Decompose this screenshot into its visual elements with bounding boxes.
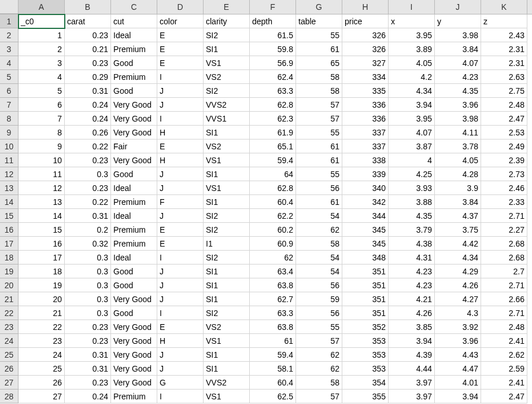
cell-D7[interactable]: J: [157, 98, 204, 112]
cell-G21[interactable]: 59: [296, 292, 342, 306]
cell-I15[interactable]: 4.35: [389, 209, 435, 223]
cell-K15[interactable]: 2.71: [481, 209, 527, 223]
row-header-20[interactable]: 20: [0, 278, 19, 292]
cell-D22[interactable]: I: [157, 306, 204, 320]
row-header-22[interactable]: 22: [0, 306, 19, 320]
column-header-A[interactable]: A: [19, 0, 65, 14]
cell-K17[interactable]: 2.68: [481, 237, 527, 251]
cell-J23[interactable]: 3.92: [435, 320, 481, 334]
cell-C23[interactable]: Very Good: [111, 320, 157, 334]
row-header-26[interactable]: 26: [0, 362, 19, 376]
cell-G10[interactable]: 61: [296, 139, 342, 153]
cell-A23[interactable]: 22: [19, 320, 65, 334]
cell-I16[interactable]: 3.79: [389, 223, 435, 237]
cell-D18[interactable]: I: [157, 251, 204, 265]
cell-E17[interactable]: I1: [204, 237, 250, 251]
cell-H7[interactable]: 336: [342, 98, 389, 112]
cell-F6[interactable]: 63.3: [250, 84, 296, 98]
row-header-7[interactable]: 7: [0, 98, 19, 112]
cell-B10[interactable]: 0.22: [65, 139, 111, 153]
cell-C20[interactable]: Good: [111, 278, 157, 292]
cell-J13[interactable]: 3.9: [435, 181, 481, 195]
cell-J6[interactable]: 4.35: [435, 84, 481, 98]
row-header-19[interactable]: 19: [0, 265, 19, 278]
cell-K28[interactable]: 2.47: [481, 390, 527, 403]
cell-F1[interactable]: depth: [250, 14, 296, 28]
cell-I19[interactable]: 4.23: [389, 265, 435, 278]
cell-G4[interactable]: 65: [296, 56, 342, 70]
cell-H2[interactable]: 326: [342, 28, 389, 42]
row-header-4[interactable]: 4: [0, 56, 19, 70]
cell-K12[interactable]: 2.73: [481, 167, 527, 181]
cell-H15[interactable]: 344: [342, 209, 389, 223]
cell-K2[interactable]: 2.43: [481, 28, 527, 42]
cell-J3[interactable]: 3.84: [435, 42, 481, 56]
cell-E3[interactable]: SI1: [204, 42, 250, 56]
cell-A1[interactable]: _c0: [19, 14, 65, 28]
row-header-2[interactable]: 2: [0, 28, 19, 42]
cell-F10[interactable]: 65.1: [250, 139, 296, 153]
cell-F25[interactable]: 59.4: [250, 348, 296, 362]
cell-D6[interactable]: J: [157, 84, 204, 98]
row-header-3[interactable]: 3: [0, 42, 19, 56]
cell-J12[interactable]: 4.28: [435, 167, 481, 181]
cell-H4[interactable]: 327: [342, 56, 389, 70]
cell-E25[interactable]: SI1: [204, 348, 250, 362]
cell-D16[interactable]: E: [157, 223, 204, 237]
cell-D26[interactable]: J: [157, 362, 204, 376]
cell-D15[interactable]: J: [157, 209, 204, 223]
cell-B14[interactable]: 0.22: [65, 195, 111, 209]
cell-B15[interactable]: 0.31: [65, 209, 111, 223]
cell-C2[interactable]: Ideal: [111, 28, 157, 42]
cell-C8[interactable]: Very Good: [111, 112, 157, 126]
cell-D11[interactable]: H: [157, 153, 204, 167]
cell-E4[interactable]: VS1: [204, 56, 250, 70]
cell-K11[interactable]: 2.39: [481, 153, 527, 167]
cell-A11[interactable]: 10: [19, 153, 65, 167]
cell-K27[interactable]: 2.41: [481, 376, 527, 390]
row-header-14[interactable]: 14: [0, 195, 19, 209]
row-header-28[interactable]: 28: [0, 390, 19, 403]
cell-J19[interactable]: 4.29: [435, 265, 481, 278]
cell-F2[interactable]: 61.5: [250, 28, 296, 42]
cell-K5[interactable]: 2.63: [481, 70, 527, 84]
cell-F8[interactable]: 62.3: [250, 112, 296, 126]
cell-E11[interactable]: VS1: [204, 153, 250, 167]
cell-C6[interactable]: Good: [111, 84, 157, 98]
column-header-C[interactable]: C: [111, 0, 157, 14]
cell-D8[interactable]: I: [157, 112, 204, 126]
cell-B28[interactable]: 0.24: [65, 390, 111, 403]
cell-I25[interactable]: 4.39: [389, 348, 435, 362]
cell-H25[interactable]: 353: [342, 348, 389, 362]
cell-D4[interactable]: E: [157, 56, 204, 70]
cell-A27[interactable]: 26: [19, 376, 65, 390]
cell-K24[interactable]: 2.41: [481, 334, 527, 348]
cell-A13[interactable]: 12: [19, 181, 65, 195]
row-header-8[interactable]: 8: [0, 112, 19, 126]
cell-A8[interactable]: 7: [19, 112, 65, 126]
column-header-E[interactable]: E: [204, 0, 250, 14]
cell-H14[interactable]: 342: [342, 195, 389, 209]
cell-A9[interactable]: 8: [19, 126, 65, 139]
cell-F20[interactable]: 63.8: [250, 278, 296, 292]
cell-F28[interactable]: 62.5: [250, 390, 296, 403]
cell-E16[interactable]: SI2: [204, 223, 250, 237]
column-header-J[interactable]: J: [435, 0, 481, 14]
cell-K26[interactable]: 2.59: [481, 362, 527, 376]
cell-I17[interactable]: 4.38: [389, 237, 435, 251]
cell-F16[interactable]: 60.2: [250, 223, 296, 237]
cell-D1[interactable]: color: [157, 14, 204, 28]
cell-I12[interactable]: 4.25: [389, 167, 435, 181]
cell-H22[interactable]: 351: [342, 306, 389, 320]
cell-F18[interactable]: 62: [250, 251, 296, 265]
cell-D2[interactable]: E: [157, 28, 204, 42]
cell-J17[interactable]: 4.42: [435, 237, 481, 251]
cell-C14[interactable]: Premium: [111, 195, 157, 209]
cell-B12[interactable]: 0.3: [65, 167, 111, 181]
cell-I6[interactable]: 4.34: [389, 84, 435, 98]
cell-D24[interactable]: H: [157, 334, 204, 348]
cell-K9[interactable]: 2.53: [481, 126, 527, 139]
cell-C28[interactable]: Premium: [111, 390, 157, 403]
cell-G18[interactable]: 54: [296, 251, 342, 265]
cell-H20[interactable]: 351: [342, 278, 389, 292]
